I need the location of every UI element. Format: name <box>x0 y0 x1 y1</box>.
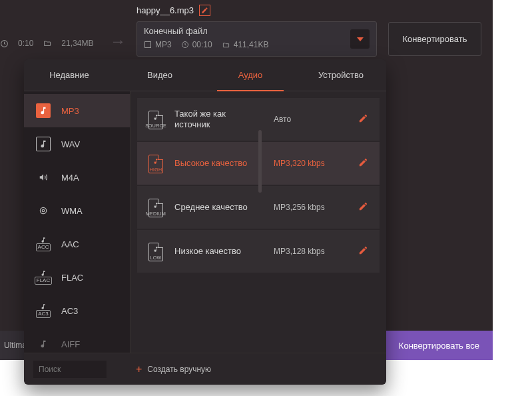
folder-icon <box>43 39 52 47</box>
format-list[interactable]: MP3 WAV M4A WMA ACC AAC FLAC FLAC <box>24 91 131 353</box>
edit-filename-button[interactable] <box>199 5 210 16</box>
format-aiff[interactable]: AIFF <box>24 327 130 353</box>
dest-format: MP3 <box>155 40 172 49</box>
badge-icon: FLAC <box>36 270 51 285</box>
dest-box[interactable]: Конечный файл MP3 00:10 411,41KB <box>136 21 377 57</box>
folder-icon <box>222 41 230 49</box>
tab-video[interactable]: Видео <box>115 59 205 91</box>
format-label: WMA <box>61 206 83 216</box>
arrow-right-icon: → <box>110 32 126 51</box>
dest-size: 411,41KB <box>234 40 269 49</box>
clock-icon <box>0 39 9 48</box>
tab-audio[interactable]: Аудио <box>205 59 296 91</box>
format-dropdown-trigger[interactable] <box>350 29 370 49</box>
format-wma[interactable]: WMA <box>24 194 130 227</box>
quality-spec: MP3,256 kbps <box>274 203 349 212</box>
convert-all-button[interactable]: Конвертировать все <box>386 331 493 360</box>
quality-name: Такой же какисточник <box>174 109 264 131</box>
quality-low[interactable]: LOW Низкое качество MP3,128 kbps <box>137 230 380 273</box>
quality-edit-button[interactable] <box>358 201 370 213</box>
badge-icon: AC3 <box>36 303 51 318</box>
badge-icon <box>36 337 51 351</box>
create-manual-label: Создать вручную <box>147 365 211 374</box>
dest-title: Конечный файл <box>144 26 370 36</box>
source-size: 21,34MB <box>61 39 93 48</box>
plus-icon: + <box>136 363 142 375</box>
format-flac[interactable]: FLAC FLAC <box>24 261 130 294</box>
speaker-icon <box>36 170 51 185</box>
music-note-icon <box>36 137 51 151</box>
quality-edit-button[interactable] <box>358 157 370 169</box>
quality-medium[interactable]: MEDIUM Среднее качество MP3,256 kbps <box>137 186 380 229</box>
format-label: M4A <box>61 173 79 183</box>
svg-rect-1 <box>145 42 151 48</box>
format-m4a[interactable]: M4A <box>24 161 130 194</box>
format-mp3[interactable]: MP3 <box>24 94 130 127</box>
status-text: Ultima <box>4 341 27 350</box>
svg-point-3 <box>40 207 46 213</box>
format-label: FLAC <box>61 273 83 283</box>
format-label: AC3 <box>61 306 78 316</box>
quality-edit-button[interactable] <box>358 113 370 125</box>
clock-icon <box>181 41 189 49</box>
format-icon <box>144 41 152 49</box>
badge-icon: ACC <box>36 237 51 251</box>
search-input[interactable] <box>33 361 107 378</box>
format-label: WAV <box>61 139 80 149</box>
svg-point-4 <box>42 209 45 212</box>
quality-spec: MP3,128 kbps <box>274 247 349 256</box>
quality-spec: MP3,320 kbps <box>274 159 349 168</box>
music-note-icon <box>36 103 51 118</box>
tab-device[interactable]: Устройство <box>296 59 386 91</box>
format-label: AAC <box>61 239 79 249</box>
format-label: AIFF <box>61 339 80 349</box>
format-aac[interactable]: ACC AAC <box>24 227 130 261</box>
source-filename: happy__6.mp3 <box>136 5 194 15</box>
swirl-icon <box>36 203 51 218</box>
convert-button[interactable]: Конвертировать <box>388 22 481 56</box>
quality-name: Низкое качество <box>174 246 264 257</box>
quality-edit-button[interactable] <box>358 245 370 257</box>
dest-duration: 00:10 <box>192 40 212 49</box>
quality-spec: Авто <box>274 115 349 124</box>
quality-name: Высокое качество <box>174 158 264 169</box>
format-ac3[interactable]: AC3 AC3 <box>24 294 130 327</box>
pencil-icon <box>201 7 208 14</box>
create-manual-button[interactable]: + Создать вручную <box>136 363 211 375</box>
format-label: MP3 <box>61 106 79 116</box>
source-duration: 0:10 <box>18 39 33 48</box>
scrollbar[interactable] <box>258 130 262 193</box>
format-panel: Недавние Видео Аудио Устройство MP3 WAV … <box>24 59 386 385</box>
format-wav[interactable]: WAV <box>24 127 130 161</box>
quality-name: Среднее качество <box>174 202 264 213</box>
chevron-down-icon <box>357 37 364 41</box>
tab-recent[interactable]: Недавние <box>24 59 115 91</box>
